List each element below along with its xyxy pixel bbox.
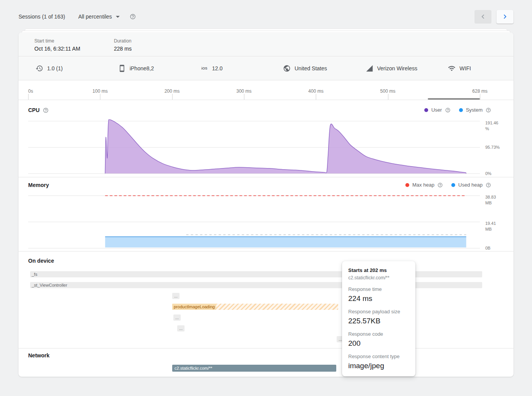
network-title: Network bbox=[28, 352, 513, 359]
trace-bar[interactable]: ... bbox=[172, 293, 180, 299]
previous-session-button[interactable] bbox=[474, 10, 491, 24]
max-heap-series-dot bbox=[405, 183, 409, 187]
start-time-value: Oct 16, 6:32:11 AM bbox=[34, 46, 114, 52]
trace-row: productImageLoading bbox=[19, 304, 513, 310]
trace-bar-label: ... bbox=[339, 337, 342, 342]
system-series-dot bbox=[459, 108, 463, 112]
radio-cell: WIFI bbox=[431, 56, 513, 80]
memory-chart-svg bbox=[28, 191, 480, 249]
tooltip-field-label: Response code bbox=[348, 331, 409, 337]
memory-used-area bbox=[105, 237, 466, 248]
trace-bar[interactable]: ... bbox=[177, 325, 185, 331]
memory-y-label-mid: 19.41 MB bbox=[485, 221, 503, 232]
trace-row: _st_ViewController bbox=[19, 282, 513, 288]
topbar: Sessions (1 of 163) All percentiles bbox=[0, 0, 532, 24]
cpu-title: CPU bbox=[28, 107, 40, 113]
percentiles-dropdown[interactable]: All percentiles bbox=[78, 14, 120, 20]
trace-row: _fs bbox=[19, 271, 513, 277]
os-version-value: 12.0 bbox=[212, 65, 222, 71]
help-icon[interactable] bbox=[43, 107, 49, 113]
memory-y-label-max: 38.83 MB bbox=[485, 194, 503, 206]
next-session-button[interactable] bbox=[496, 10, 513, 24]
memory-chart[interactable]: 38.83 MB 19.41 MB 0B bbox=[19, 191, 513, 249]
memory-legend-used-heap[interactable]: Used heap bbox=[451, 182, 491, 188]
cpu-legend-user[interactable]: User bbox=[424, 107, 450, 113]
legend-label: User bbox=[431, 107, 442, 113]
session-header: Start time Oct 16, 6:32:11 AM Duration 2… bbox=[19, 32, 513, 56]
tooltip-subtitle: c2.staticflickr.com/** bbox=[348, 275, 409, 280]
trace-bar-label: ... bbox=[174, 294, 178, 298]
memory-section: Memory Max heap Used heap bbox=[19, 177, 513, 252]
session-card: Start time Oct 16, 6:32:11 AM Duration 2… bbox=[19, 32, 513, 377]
on-device-section: On device _fs _st_ViewController ... pro… bbox=[19, 252, 513, 348]
trace-bar-label: c2.staticflickr.com/** bbox=[175, 366, 212, 371]
chevron-left-icon bbox=[479, 12, 487, 21]
timeline-tick-mark bbox=[388, 94, 388, 100]
help-icon[interactable] bbox=[130, 14, 136, 20]
tooltip-field-label: Response content type bbox=[348, 354, 409, 359]
sessions-count-label: Sessions (1 of 163) bbox=[19, 14, 65, 20]
timeline-tick-mark bbox=[316, 94, 316, 100]
cpu-y-label-max: 191.46 % bbox=[485, 120, 503, 132]
help-icon[interactable] bbox=[437, 182, 443, 188]
timeline-tick-label: 200 ms bbox=[164, 88, 180, 94]
help-icon[interactable] bbox=[486, 107, 491, 113]
tooltip-field-value: image/jpeg bbox=[348, 362, 409, 370]
on-device-title: On device bbox=[28, 258, 513, 265]
network-request-tooltip: Starts at 202 ms c2.staticflickr.com/** … bbox=[342, 261, 415, 376]
cpu-y-label-mid: 95.73% bbox=[485, 144, 503, 150]
app-version-value: 1.0 (1) bbox=[47, 65, 63, 71]
memory-title-row: Memory bbox=[28, 182, 49, 188]
trace-bar[interactable]: productImageLoading bbox=[172, 304, 338, 310]
cpu-y-label-zero: 0% bbox=[485, 171, 503, 177]
os-version-cell: iOS 12.0 bbox=[183, 56, 266, 80]
memory-y-label-zero: 0B bbox=[485, 245, 503, 251]
timeline-tick-mark bbox=[100, 94, 100, 100]
help-icon[interactable] bbox=[445, 107, 451, 113]
timeline-tick-mark bbox=[480, 94, 480, 100]
signal-icon bbox=[366, 65, 373, 72]
network-rows: c2.staticflickr.com/** bbox=[19, 365, 513, 371]
timeline-tick-label: 100 ms bbox=[93, 88, 108, 94]
cpu-legend-system[interactable]: System bbox=[459, 107, 491, 113]
used-heap-series-dot bbox=[451, 183, 455, 187]
carrier-value: Verizon Wireless bbox=[377, 65, 417, 71]
memory-title: Memory bbox=[28, 182, 49, 188]
wifi-icon bbox=[448, 65, 456, 72]
trace-bar-label: _st_ViewController bbox=[32, 283, 67, 287]
timeline-ruler[interactable]: 0s100 ms200 ms300 ms400 ms500 ms628 ms bbox=[19, 80, 513, 100]
country-cell: United States bbox=[266, 56, 349, 80]
carrier-cell: Verizon Wireless bbox=[349, 56, 431, 80]
on-device-rows: _fs _st_ViewController ... productImageL… bbox=[19, 271, 513, 342]
cpu-chart[interactable]: 191.46 % 95.73% 0% bbox=[19, 119, 513, 174]
app-version-cell: 1.0 (1) bbox=[19, 56, 101, 80]
sessions-help[interactable] bbox=[130, 14, 136, 20]
trace-row: ... bbox=[19, 314, 513, 321]
memory-legend-max-heap[interactable]: Max heap bbox=[405, 182, 443, 188]
user-series-dot bbox=[424, 108, 428, 112]
cpu-legend: User System bbox=[424, 107, 491, 113]
memory-legend: Max heap Used heap bbox=[405, 182, 491, 188]
device-model-cell: iPhone8,2 bbox=[101, 56, 184, 80]
tooltip-field-value: 225.57KB bbox=[348, 317, 409, 325]
dropdown-arrow-icon bbox=[116, 16, 120, 18]
trace-row: ... bbox=[19, 293, 513, 299]
cpu-user-area bbox=[105, 119, 466, 173]
cpu-section: CPU User System 191.46 % bbox=[19, 100, 513, 177]
timeline-tick-mark bbox=[172, 94, 173, 100]
device-model-value: iPhone8,2 bbox=[130, 65, 154, 71]
tooltip-field-value: 200 bbox=[348, 339, 409, 348]
trace-bar[interactable]: ... bbox=[173, 314, 181, 321]
cpu-title-row: CPU bbox=[28, 107, 49, 113]
radio-value: WIFI bbox=[459, 65, 471, 71]
trace-bar[interactable]: c2.staticflickr.com/** bbox=[172, 365, 336, 372]
trace-bar-label: ... bbox=[175, 315, 179, 320]
timeline-scrollbar[interactable] bbox=[428, 98, 480, 100]
trace-row: ... bbox=[19, 336, 513, 342]
trace-bar-label: productImageLoading bbox=[172, 304, 216, 310]
help-icon[interactable] bbox=[486, 182, 491, 188]
device-info-row: 1.0 (1) iPhone8,2 iOS 12.0 United States… bbox=[19, 56, 513, 80]
timeline-tick-label: 300 ms bbox=[236, 88, 251, 94]
trace-bar-label: ... bbox=[179, 326, 183, 331]
trace-row: c2.staticflickr.com/** bbox=[19, 365, 513, 371]
